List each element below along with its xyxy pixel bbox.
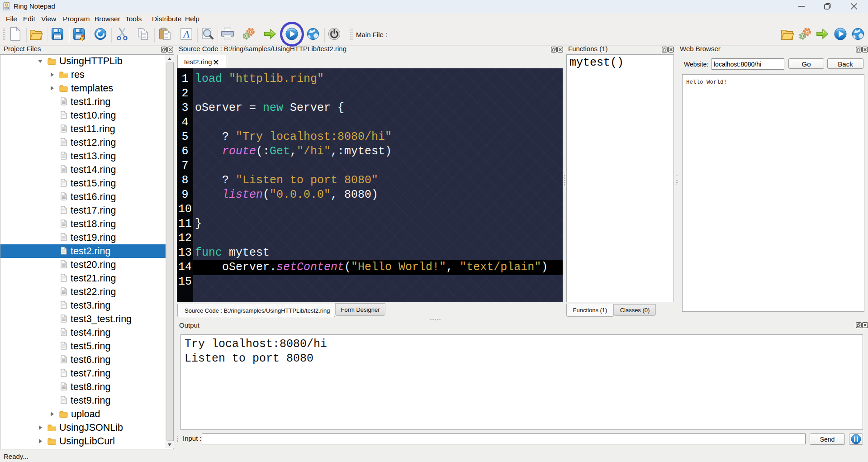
svg-text:Ring: Ring: [5, 7, 9, 9]
